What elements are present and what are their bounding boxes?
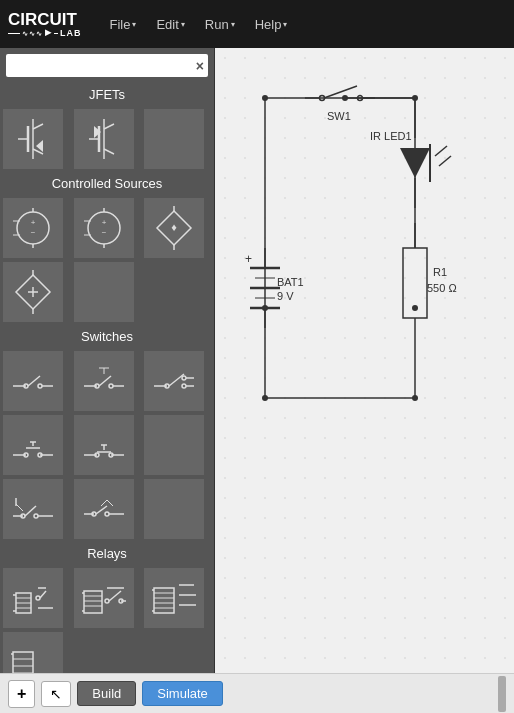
svg-point-126 bbox=[262, 95, 268, 101]
svg-point-130 bbox=[262, 395, 268, 401]
svg-text:IR LED1: IR LED1 bbox=[370, 130, 412, 142]
svg-text:BAT1: BAT1 bbox=[277, 276, 304, 288]
spdt-component[interactable] bbox=[143, 350, 205, 412]
build-button[interactable]: Build bbox=[77, 681, 136, 706]
svg-point-38 bbox=[38, 384, 42, 388]
circuit-canvas[interactable]: SW1 IR LED1 + BAT1 9 V bbox=[215, 48, 514, 673]
spst-nc-component[interactable] bbox=[73, 350, 135, 412]
relay4-component[interactable] bbox=[2, 631, 64, 673]
svg-text:+: + bbox=[31, 218, 36, 227]
key-switch-component[interactable] bbox=[73, 478, 135, 540]
cccs-icon: + − bbox=[79, 203, 129, 253]
svg-rect-92 bbox=[84, 591, 102, 613]
menu-run[interactable]: Run ▾ bbox=[197, 13, 243, 36]
empty-cell-3 bbox=[143, 414, 205, 476]
logo-area: CIRCUIT ∿∿∿ ▶ LAB bbox=[8, 11, 82, 38]
simulate-button[interactable]: Simulate bbox=[142, 681, 223, 706]
pushbutton-no-component[interactable] bbox=[2, 414, 64, 476]
diamond-source2-icon bbox=[8, 267, 58, 317]
svg-point-127 bbox=[342, 95, 348, 101]
diamond-source2-component[interactable] bbox=[2, 261, 64, 323]
menu-edit[interactable]: Edit ▾ bbox=[148, 13, 192, 36]
svg-text:+: + bbox=[245, 252, 252, 266]
svg-line-73 bbox=[16, 504, 23, 511]
diamond-source-icon: ♦ bbox=[149, 203, 199, 253]
svg-line-8 bbox=[104, 149, 114, 154]
svg-text:R1: R1 bbox=[433, 266, 447, 278]
key-switch-icon bbox=[79, 484, 129, 534]
right-indicator bbox=[498, 676, 506, 712]
add-button[interactable]: + bbox=[8, 680, 35, 708]
relay1-icon bbox=[8, 573, 58, 623]
svg-text:SW1: SW1 bbox=[327, 110, 351, 122]
spst-no-component[interactable] bbox=[2, 350, 64, 412]
svg-line-80 bbox=[101, 500, 107, 506]
svg-rect-120 bbox=[215, 48, 514, 673]
svg-text:−: − bbox=[101, 228, 106, 237]
relay3-icon bbox=[149, 573, 199, 623]
svg-text:−: − bbox=[31, 228, 36, 237]
svg-text:550 Ω: 550 Ω bbox=[427, 282, 457, 294]
jfet-p-component[interactable] bbox=[73, 108, 135, 170]
spst-no-icon bbox=[8, 356, 58, 406]
search-input[interactable] bbox=[10, 56, 204, 75]
svg-text:♦: ♦ bbox=[172, 221, 178, 233]
main-nav: File ▾ Edit ▾ Run ▾ Help ▾ bbox=[102, 13, 296, 36]
empty-cell-2 bbox=[73, 261, 135, 323]
svg-line-1 bbox=[33, 124, 43, 129]
svg-point-99 bbox=[105, 599, 109, 603]
svg-point-131 bbox=[412, 305, 418, 311]
svg-point-78 bbox=[105, 512, 109, 516]
relay1-component[interactable] bbox=[2, 567, 64, 629]
section-label-switches: Switches bbox=[0, 325, 214, 348]
empty-cell-4 bbox=[143, 478, 205, 540]
svg-point-43 bbox=[109, 384, 113, 388]
vccs-icon: + − bbox=[8, 203, 58, 253]
jfet-n-component[interactable] bbox=[2, 108, 64, 170]
pushbutton-nc-icon bbox=[79, 420, 129, 470]
svg-point-89 bbox=[36, 596, 40, 600]
switches-grid bbox=[0, 348, 214, 542]
svg-rect-103 bbox=[154, 588, 174, 613]
section-label-jfets: JFETs bbox=[0, 83, 214, 106]
logo: CIRCUIT ∿∿∿ ▶ LAB bbox=[8, 11, 82, 38]
jfet-p-icon bbox=[79, 114, 129, 164]
vccs-component[interactable]: + − bbox=[2, 197, 64, 259]
svg-line-49 bbox=[169, 374, 184, 386]
pushbutton-nc-component[interactable] bbox=[73, 414, 135, 476]
svg-point-51 bbox=[182, 384, 186, 388]
menu-file[interactable]: File ▾ bbox=[102, 13, 145, 36]
circuit-diagram: SW1 IR LED1 + BAT1 9 V bbox=[215, 48, 514, 673]
relay3-component[interactable] bbox=[143, 567, 205, 629]
section-label-relays: Relays bbox=[0, 542, 214, 565]
relay2-icon bbox=[79, 573, 129, 623]
diamond-source-component[interactable]: ♦ bbox=[143, 197, 205, 259]
svg-text:+: + bbox=[101, 218, 106, 227]
sidebar-content[interactable]: JFETs bbox=[0, 83, 214, 673]
svg-line-7 bbox=[104, 124, 114, 129]
svg-rect-113 bbox=[13, 652, 33, 673]
svg-point-50 bbox=[182, 376, 186, 380]
bottom-toolbar: + ↖ Build Simulate bbox=[0, 673, 514, 713]
cccs-component[interactable]: + − bbox=[73, 197, 135, 259]
jfet-n-icon bbox=[8, 114, 58, 164]
svg-line-90 bbox=[40, 591, 46, 598]
header: CIRCUIT ∿∿∿ ▶ LAB File ▾ Edit ▾ Run ▾ He… bbox=[0, 0, 514, 48]
cursor-button[interactable]: ↖ bbox=[41, 681, 71, 707]
svg-line-81 bbox=[107, 500, 113, 506]
section-label-controlled-sources: Controlled Sources bbox=[0, 172, 214, 195]
svg-text:9 V: 9 V bbox=[277, 290, 294, 302]
sidebar: × JFETs bbox=[0, 48, 215, 673]
menu-help[interactable]: Help ▾ bbox=[247, 13, 296, 36]
svg-point-71 bbox=[34, 514, 38, 518]
spst-nc-icon bbox=[79, 356, 129, 406]
relay2-component[interactable] bbox=[73, 567, 135, 629]
limit-switch-icon bbox=[8, 484, 58, 534]
spdt-icon bbox=[149, 356, 199, 406]
controlled-sources-grid: + − + − bbox=[0, 195, 214, 325]
limit-switch-component[interactable] bbox=[2, 478, 64, 540]
search-close-button[interactable]: × bbox=[196, 58, 204, 74]
search-bar: × bbox=[6, 54, 208, 77]
empty-cell bbox=[143, 108, 205, 170]
relays-grid bbox=[0, 565, 214, 673]
